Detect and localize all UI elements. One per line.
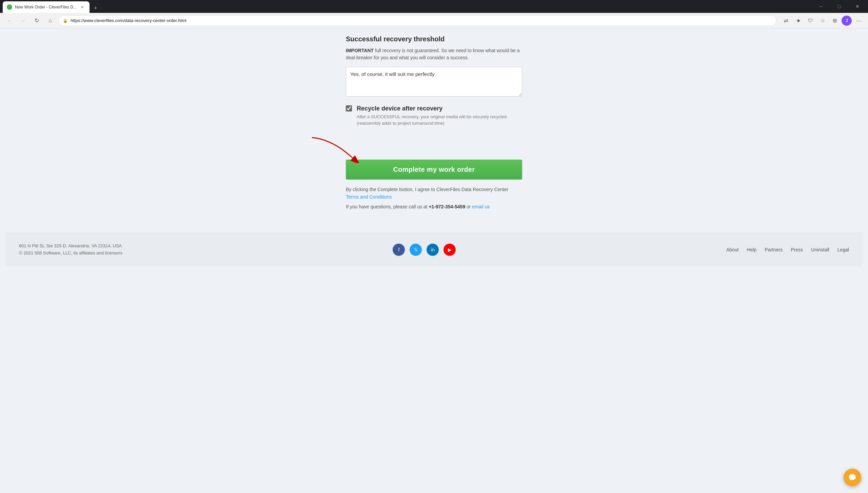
checkbox-label-group: Recycle device after recovery After a SU… bbox=[357, 105, 522, 126]
profile-button[interactable]: J bbox=[842, 16, 852, 26]
chat-bubble-button[interactable] bbox=[844, 469, 861, 486]
translate-icon[interactable]: ⇄ bbox=[781, 15, 791, 26]
email-us-link[interactable]: email us bbox=[472, 204, 490, 209]
form-container: Successful recovery threshold IMPORTANT … bbox=[346, 35, 522, 212]
facebook-icon[interactable]: f bbox=[393, 244, 405, 256]
browser-chrome: New Work Order - CleverFiles D... ✕ + − … bbox=[0, 0, 868, 28]
legal-prefix: By clicking the Complete button, I agree… bbox=[346, 187, 508, 192]
forward-button[interactable]: → bbox=[18, 15, 28, 26]
address-bar[interactable]: 🔒 https://www.cleverfiles.com/data-recov… bbox=[58, 15, 776, 26]
browser-toolbar: ← → ↻ ⌂ 🔒 https://www.cleverfiles.com/da… bbox=[0, 13, 868, 28]
footer-social: f 𝕏 in ▶ bbox=[393, 244, 456, 256]
browser-tab-active[interactable]: New Work Order - CleverFiles D... ✕ bbox=[3, 1, 90, 13]
maximize-button[interactable]: □ bbox=[831, 0, 847, 13]
window-controls: − □ ✕ bbox=[813, 0, 865, 13]
refresh-button[interactable]: ↻ bbox=[31, 15, 42, 26]
footer-link-partners[interactable]: Partners bbox=[765, 247, 783, 252]
tab-bar: New Work Order - CleverFiles D... ✕ + − … bbox=[0, 0, 868, 13]
footer-address: 901 N Pitt St, Ste 325-D, Alexandria, VA… bbox=[19, 243, 122, 257]
footer-link-about[interactable]: About bbox=[726, 247, 739, 252]
footer-link-press[interactable]: Press bbox=[791, 247, 803, 252]
or-text: or bbox=[465, 204, 472, 209]
more-button[interactable]: ⋯ bbox=[853, 15, 864, 26]
checkbox-title: Recycle device after recovery bbox=[357, 105, 522, 112]
back-button[interactable]: ← bbox=[4, 15, 15, 26]
collections-icon[interactable]: ⊞ bbox=[829, 15, 840, 26]
linkedin-icon[interactable]: in bbox=[427, 244, 439, 256]
shield-icon[interactable]: 🛡 bbox=[805, 15, 816, 26]
legal-text-line1: By clicking the Complete button, I agree… bbox=[346, 186, 522, 201]
twitter-icon[interactable]: 𝕏 bbox=[410, 244, 422, 256]
footer-link-help[interactable]: Help bbox=[747, 247, 757, 252]
checkbox-description: After a SUCCESSFUL recovery, your origin… bbox=[357, 114, 522, 126]
favorites-icon[interactable]: ★ bbox=[793, 15, 804, 26]
questions-prefix: If you have questions, please call us at bbox=[346, 204, 429, 209]
site-footer: 901 N Pitt St, Ste 325-D, Alexandria, VA… bbox=[5, 233, 863, 266]
lock-icon: 🔒 bbox=[63, 18, 68, 23]
youtube-icon[interactable]: ▶ bbox=[443, 244, 456, 256]
recycle-device-row: Recycle device after recovery After a SU… bbox=[346, 105, 522, 126]
red-arrow-icon bbox=[305, 136, 373, 163]
footer-links: About Help Partners Press Uninstall Lega… bbox=[726, 247, 849, 252]
tab-favicon bbox=[7, 4, 12, 10]
checkbox-wrapper[interactable] bbox=[346, 105, 352, 113]
bookmark-icon[interactable]: ☆ bbox=[817, 15, 828, 26]
tab-close-button[interactable]: ✕ bbox=[79, 4, 85, 10]
important-label: IMPORTANT bbox=[346, 48, 374, 53]
address-line1: 901 N Pitt St, Ste 325-D, Alexandria, VA… bbox=[19, 243, 122, 250]
recovery-threshold-textarea[interactable]: Yes, of course, it will suit me perfectl… bbox=[346, 67, 522, 97]
url-text: https://www.cleverfiles.com/data-recover… bbox=[71, 18, 772, 23]
address-line2: © 2021 508 Software, LLC, its affiliates… bbox=[19, 250, 122, 257]
toolbar-icons: ⇄ ★ 🛡 ☆ ⊞ J ⋯ bbox=[781, 15, 864, 26]
phone-number: +1-972-354-5459 bbox=[429, 204, 465, 209]
tab-title: New Work Order - CleverFiles D... bbox=[15, 5, 77, 9]
footer-link-uninstall[interactable]: Uninstall bbox=[811, 247, 829, 252]
terms-conditions-link[interactable]: Terms and Conditions bbox=[346, 194, 392, 200]
new-tab-button[interactable]: + bbox=[91, 3, 100, 13]
page-content: Successful recovery threshold IMPORTANT … bbox=[0, 28, 868, 493]
home-button[interactable]: ⌂ bbox=[45, 15, 56, 26]
chat-icon bbox=[848, 473, 857, 482]
minimize-button[interactable]: − bbox=[813, 0, 829, 13]
section-title: Successful recovery threshold bbox=[346, 35, 522, 43]
legal-text-line2: If you have questions, please call us at… bbox=[346, 203, 522, 210]
arrow-annotation bbox=[346, 136, 522, 163]
close-button[interactable]: ✕ bbox=[850, 0, 865, 13]
section-description: IMPORTANT full recovery is not guarantee… bbox=[346, 47, 522, 61]
recycle-device-checkbox[interactable] bbox=[346, 105, 352, 111]
footer-link-legal[interactable]: Legal bbox=[837, 247, 849, 252]
